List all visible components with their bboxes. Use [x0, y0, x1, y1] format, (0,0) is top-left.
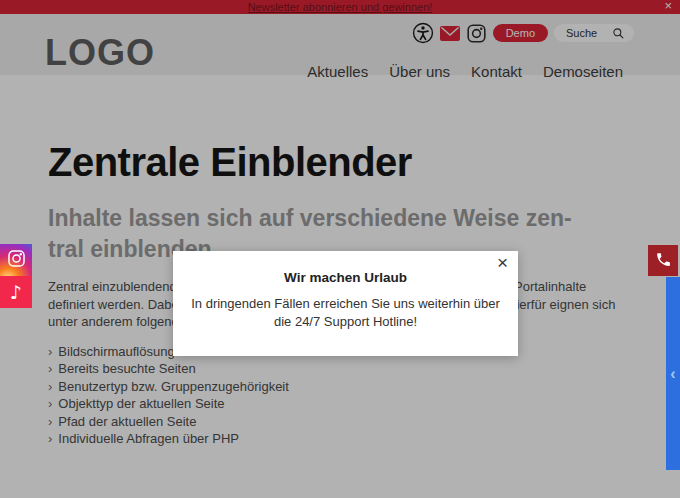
phone-button[interactable]: [648, 245, 678, 276]
side-panel-toggle[interactable]: ‹: [666, 277, 680, 470]
modal-title: Wir machen Urlaub: [173, 270, 518, 285]
tiktok-icon: ♪: [10, 276, 22, 308]
modal-close-icon[interactable]: ×: [497, 253, 508, 273]
instagram-icon: [7, 249, 26, 272]
page: Newsletter abonnieren und gewinnen! × LO…: [0, 0, 680, 498]
instagram-tile[interactable]: [0, 244, 32, 276]
tiktok-tile[interactable]: ♪: [0, 276, 32, 308]
panel-chevron-icon: ‹: [670, 365, 675, 383]
vacation-modal: × Wir machen Urlaub In dringenden Fällen…: [173, 251, 518, 356]
dim-overlay: [0, 0, 680, 498]
modal-body: In dringenden Fällen erreichen Sie uns w…: [185, 295, 507, 331]
social-bar: ♪: [0, 244, 32, 308]
phone-icon: [655, 251, 672, 271]
